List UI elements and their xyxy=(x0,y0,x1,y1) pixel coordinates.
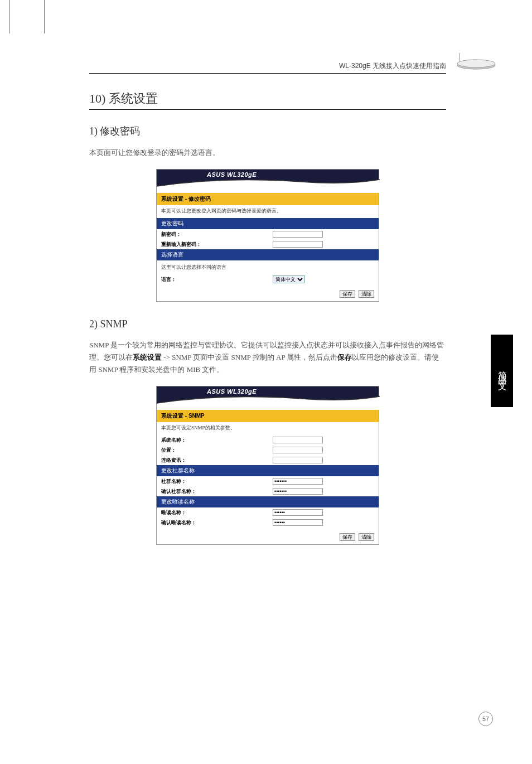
confirm-readonly-label: 确认唯读名称： xyxy=(161,519,273,526)
language-description: 这里可以让您选择不同的语言 xyxy=(157,260,379,274)
community-name-label: 社群名称： xyxy=(161,478,273,485)
location-label: 位置： xyxy=(161,447,273,454)
confirm-password-input[interactable] xyxy=(273,241,323,248)
screenshot-snmp: ASUS WL320gE 系统设置 - SNMP 本页您可设定SNMP的相关参数… xyxy=(156,386,379,545)
community-name-input[interactable] xyxy=(273,478,323,485)
guide-title: WL-320gE 无线接入点快速使用指南 xyxy=(339,61,446,71)
location-input[interactable] xyxy=(273,447,323,453)
confirm-password-label: 重新输入新密码： xyxy=(161,241,273,248)
subsection-2-body: SNMP 是一个较为常用的网络监控与管理协议。它提供可以监控接入点状态并可以接收… xyxy=(89,339,446,376)
page-number: 57 xyxy=(478,712,493,726)
subsection-1-body: 本页面可让您修改登录的密码并选语言。 xyxy=(89,147,446,159)
new-password-input[interactable] xyxy=(273,231,323,238)
screenshot-change-password: ASUS WL320gE 系统设置 - 修改密码 本页可以让您更改登入网页的密码… xyxy=(156,169,379,302)
readonly-name-label: 唯读名称： xyxy=(161,509,273,516)
system-name-label: 系统名称： xyxy=(161,437,273,444)
confirm-readonly-input[interactable] xyxy=(273,519,323,526)
save-button[interactable]: 保存 xyxy=(340,290,355,298)
section-title: 10) 系统设置 xyxy=(89,90,446,110)
section-bar: 更改唯读名称 xyxy=(157,496,379,507)
contact-label: 连络资讯： xyxy=(161,457,273,464)
section-bar: 更改社群名称 xyxy=(157,465,379,476)
new-password-label: 新密码： xyxy=(161,231,273,238)
contact-input[interactable] xyxy=(273,457,323,463)
language-tab: 简体中文 xyxy=(491,335,513,407)
clear-button[interactable]: 清除 xyxy=(359,290,374,298)
crop-mark xyxy=(11,0,45,33)
breadcrumb: 系统设置 - SNMP xyxy=(157,410,379,422)
language-label: 语言： xyxy=(161,276,273,283)
confirm-community-label: 确认社群名称： xyxy=(161,488,273,495)
system-name-input[interactable] xyxy=(273,437,323,443)
section-bar: 更改密码 xyxy=(157,218,379,229)
clear-button[interactable]: 清除 xyxy=(359,533,374,541)
readonly-name-input[interactable] xyxy=(273,509,323,516)
breadcrumb: 系统设置 - 修改密码 xyxy=(157,193,379,205)
language-select[interactable]: 简体中文 xyxy=(273,275,305,283)
svg-point-2 xyxy=(457,60,495,67)
save-button[interactable]: 保存 xyxy=(340,533,355,541)
router-icon xyxy=(454,53,499,72)
subsection-2-title: 2) SNMP xyxy=(89,318,446,330)
section-bar: 选择语言 xyxy=(157,249,379,260)
confirm-community-input[interactable] xyxy=(273,488,323,495)
subsection-1-title: 1) 修改密码 xyxy=(89,124,446,138)
